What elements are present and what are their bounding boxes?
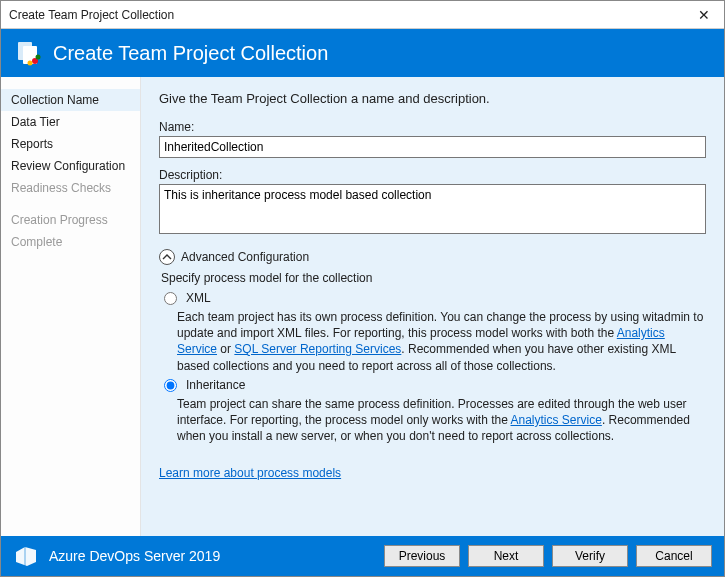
xml-radio[interactable] xyxy=(164,292,177,305)
sidebar-item-review-configuration[interactable]: Review Configuration xyxy=(1,155,140,177)
previous-button[interactable]: Previous xyxy=(384,545,460,567)
verify-button[interactable]: Verify xyxy=(552,545,628,567)
learn-more-link[interactable]: Learn more about process models xyxy=(159,466,341,480)
name-input[interactable] xyxy=(159,136,706,158)
instruction-text: Give the Team Project Collection a name … xyxy=(159,91,706,106)
footer-left: Azure DevOps Server 2019 xyxy=(13,543,374,569)
sidebar-item-label: Reports xyxy=(11,137,53,151)
advanced-configuration-label: Advanced Configuration xyxy=(181,250,309,264)
sidebar-item-label: Collection Name xyxy=(11,93,99,107)
banner-title: Create Team Project Collection xyxy=(53,42,328,65)
sidebar-item-label: Readiness Checks xyxy=(11,181,111,195)
learn-more-row: Learn more about process models xyxy=(159,466,706,480)
svg-point-4 xyxy=(36,55,41,60)
collection-icon xyxy=(15,39,43,67)
footer-buttons: Previous Next Verify Cancel xyxy=(384,545,712,567)
inheritance-description: Team project can share the same process … xyxy=(177,396,706,445)
option-xml: XML xyxy=(159,291,706,305)
product-name: Azure DevOps Server 2019 xyxy=(49,548,220,564)
sql-server-reporting-services-link[interactable]: SQL Server Reporting Services xyxy=(234,342,401,356)
sidebar-item-readiness-checks: Readiness Checks xyxy=(1,177,140,199)
banner: Create Team Project Collection xyxy=(1,29,724,77)
analytics-service-link-2[interactable]: Analytics Service xyxy=(511,413,602,427)
main-panel: Give the Team Project Collection a name … xyxy=(141,77,724,536)
azure-devops-icon xyxy=(13,543,39,569)
sidebar-item-complete: Complete xyxy=(1,231,140,253)
chevron-up-icon xyxy=(159,249,175,265)
cancel-button[interactable]: Cancel xyxy=(636,545,712,567)
sidebar-item-label: Complete xyxy=(11,235,62,249)
xml-title: XML xyxy=(186,291,706,305)
sidebar-separator xyxy=(1,199,140,209)
sidebar-item-label: Creation Progress xyxy=(11,213,108,227)
window-title: Create Team Project Collection xyxy=(9,8,174,22)
sidebar-item-label: Review Configuration xyxy=(11,159,125,173)
option-inheritance: Inheritance xyxy=(159,378,706,392)
specify-process-model-label: Specify process model for the collection xyxy=(161,271,706,285)
name-label: Name: xyxy=(159,120,706,134)
inheritance-title: Inheritance xyxy=(186,378,706,392)
description-label: Description: xyxy=(159,168,706,182)
svg-point-3 xyxy=(28,61,33,66)
body: Collection Name Data Tier Reports Review… xyxy=(1,77,724,536)
sidebar-item-creation-progress: Creation Progress xyxy=(1,209,140,231)
sidebar-item-data-tier[interactable]: Data Tier xyxy=(1,111,140,133)
sidebar-item-collection-name[interactable]: Collection Name xyxy=(1,89,140,111)
window: Create Team Project Collection ✕ Create … xyxy=(0,0,725,577)
description-input[interactable]: This is inheritance process model based … xyxy=(159,184,706,234)
xml-description: Each team project has its own process de… xyxy=(177,309,706,374)
titlebar: Create Team Project Collection ✕ xyxy=(1,1,724,29)
sidebar: Collection Name Data Tier Reports Review… xyxy=(1,77,141,536)
next-button[interactable]: Next xyxy=(468,545,544,567)
sidebar-item-label: Data Tier xyxy=(11,115,60,129)
close-icon[interactable]: ✕ xyxy=(692,6,716,24)
advanced-configuration-toggle[interactable]: Advanced Configuration xyxy=(159,249,706,265)
inheritance-radio[interactable] xyxy=(164,379,177,392)
footer: Azure DevOps Server 2019 Previous Next V… xyxy=(1,536,724,576)
sidebar-item-reports[interactable]: Reports xyxy=(1,133,140,155)
